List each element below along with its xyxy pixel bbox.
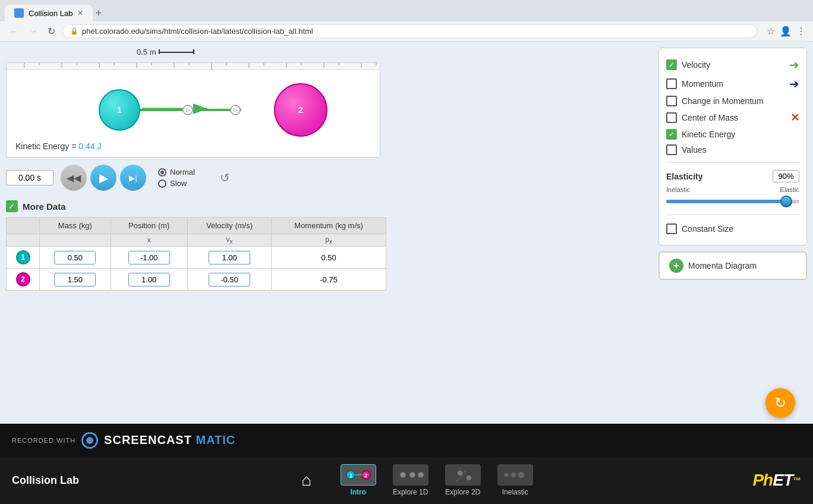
change-momentum-label: Change in Momentum <box>682 96 764 106</box>
tab-close-btn[interactable]: ✕ <box>77 9 83 17</box>
ball1-velocity-cell[interactable] <box>187 247 271 269</box>
app-title: Collision Lab <box>12 474 79 487</box>
data-table: Mass (kg) Position (m) Velocity (m/s) Mo… <box>6 217 386 291</box>
momentum-option[interactable]: Momentum ➔ <box>666 74 799 93</box>
constant-size-checkbox[interactable] <box>666 223 677 234</box>
ball2-indicator-cell: 2 <box>7 269 40 291</box>
screencast-brand-text: SCREENCAST <box>104 433 192 446</box>
intro-tab-icon: 1 2 <box>341 464 376 486</box>
values-checkbox[interactable] <box>666 144 677 155</box>
ball2-velocity-input[interactable] <box>209 273 250 286</box>
momenta-diagram-label: Momenta Diagram <box>688 261 757 270</box>
constant-size-option[interactable]: Constant Size <box>666 220 799 238</box>
ball1-mass-input[interactable] <box>54 251 96 264</box>
back-nav-btn[interactable]: ← <box>7 25 21 38</box>
ball2-label: 2 <box>298 105 303 115</box>
ball1-momentum-cell: 0.50 <box>272 247 386 269</box>
bottom-nav: Collision Lab ⌂ 1 2 Intro <box>0 456 813 504</box>
ball1-indicator: 1 <box>16 250 30 264</box>
velocity-checkbox[interactable] <box>666 59 677 70</box>
col-ball <box>7 218 40 234</box>
panel-divider <box>666 162 799 163</box>
table-row-ball1: 1 0.50 <box>7 247 386 269</box>
more-data-checkbox[interactable]: ✓ <box>6 200 18 212</box>
tab-intro[interactable]: 1 2 Intro <box>333 461 383 500</box>
center-of-mass-option[interactable]: Center of Mass ✕ <box>666 109 799 127</box>
speed-slow-option[interactable]: Slow <box>158 179 195 188</box>
momentum-arrow-icon: ➔ <box>789 77 799 91</box>
menu-icon[interactable]: ⋮ <box>796 26 806 37</box>
ball1-position-cell[interactable] <box>111 247 187 269</box>
slider-thumb[interactable] <box>780 196 792 207</box>
more-data-header: ✓ More Data <box>6 200 653 212</box>
home-button[interactable]: ⌂ <box>292 465 322 495</box>
play-button[interactable]: ▶ <box>90 165 116 191</box>
ball2-mass-cell[interactable] <box>40 269 111 291</box>
ball1-velocity-input[interactable] <box>209 251 250 264</box>
line-marker-1[interactable]: ▷ <box>182 105 193 115</box>
active-tab[interactable]: Collision Lab ✕ <box>5 5 93 21</box>
tab-favicon <box>14 8 24 18</box>
time-display: 0.00 s <box>6 170 53 185</box>
back-button[interactable]: ◀◀ <box>61 165 87 191</box>
url-bar[interactable]: 🔒 phet.colorado.edu/sims/html/collision-… <box>62 24 757 38</box>
step-button[interactable]: ▶| <box>120 165 146 191</box>
speed-slow-radio[interactable] <box>158 179 166 188</box>
elasticity-slider[interactable] <box>666 196 799 207</box>
elasticity-section: Elasticity 90% Inelastic Elastic <box>666 168 799 210</box>
speed-normal-radio[interactable] <box>158 168 166 177</box>
svg-point-33 <box>504 472 509 477</box>
velocity-option[interactable]: Velocity ➔ <box>666 55 799 74</box>
orange-refresh-btn[interactable]: ↻ <box>765 388 795 418</box>
lock-icon: 🔒 <box>70 27 78 35</box>
bookmark-icon[interactable]: ☆ <box>767 26 775 37</box>
ball1-mass-cell[interactable] <box>40 247 111 269</box>
controls-bar: 0.00 s ◀◀ ▶ ▶| Normal Slow ↺ <box>6 165 653 191</box>
center-of-mass-icon: ✕ <box>790 111 799 124</box>
sub-velocity-vx: vx <box>187 234 271 247</box>
ruler: 0.5 m <box>6 48 653 56</box>
svg-point-27 <box>400 472 406 478</box>
tab-explore-2d[interactable]: Explore 2D <box>438 461 488 500</box>
ball2-position-cell[interactable] <box>111 269 187 291</box>
change-momentum-checkbox[interactable] <box>666 96 677 106</box>
kinetic-energy-option[interactable]: Kinetic Energy <box>666 127 799 142</box>
address-bar: ← → ↻ 🔒 phet.colorado.edu/sims/html/coll… <box>0 21 813 41</box>
profile-icon[interactable]: 👤 <box>780 26 792 37</box>
panel-divider2 <box>666 215 799 215</box>
tab-title: Collision Lab <box>29 9 73 18</box>
explore1d-tab-icon <box>393 464 428 486</box>
tab-explore-1d[interactable]: Explore 1D <box>386 461 436 500</box>
ball2-velocity-cell[interactable] <box>187 269 271 291</box>
speed-normal-label: Normal <box>170 168 195 177</box>
ball2-position-input[interactable] <box>128 273 170 286</box>
reset-button[interactable]: ↺ <box>220 171 230 185</box>
sub-ball <box>7 234 40 247</box>
elasticity-labels: Inelastic Elastic <box>666 186 799 193</box>
kinetic-energy-checkbox[interactable] <box>666 129 677 140</box>
ball2-mass-input[interactable] <box>54 273 96 286</box>
ball1-position-input[interactable] <box>128 251 170 264</box>
refresh-nav-btn[interactable]: ↻ <box>45 24 58 38</box>
options-panel: Velocity ➔ Momentum ➔ Change in Momentum… <box>658 48 807 245</box>
tab-bar: Collision Lab ✕ + <box>0 0 813 21</box>
svg-point-29 <box>418 472 424 478</box>
intro-tab-label: Intro <box>350 488 366 496</box>
momenta-diagram-button[interactable]: + Momenta Diagram <box>658 251 807 280</box>
explore1d-tab-label: Explore 1D <box>393 488 428 496</box>
svg-point-35 <box>518 471 525 478</box>
ball1[interactable]: 1 <box>99 89 140 131</box>
line-marker-2[interactable]: ▷ <box>230 105 241 115</box>
tab-inelastic[interactable]: Inelastic <box>490 461 540 500</box>
screencast-bar: RECORDED WITH SCREENCAST MATIC <box>0 424 813 456</box>
center-of-mass-checkbox[interactable] <box>666 112 677 123</box>
change-momentum-option[interactable]: Change in Momentum <box>666 93 799 109</box>
values-option[interactable]: Values <box>666 142 799 158</box>
momentum-checkbox[interactable] <box>666 78 677 89</box>
speed-normal-option[interactable]: Normal <box>158 168 195 177</box>
forward-nav-btn[interactable]: → <box>26 25 40 38</box>
simulation-box[interactable]: // Draw tick marks <box>6 62 380 158</box>
elasticity-label: Elasticity <box>666 172 702 181</box>
ball2[interactable]: 2 <box>274 83 327 137</box>
new-tab-btn[interactable]: + <box>95 7 102 20</box>
